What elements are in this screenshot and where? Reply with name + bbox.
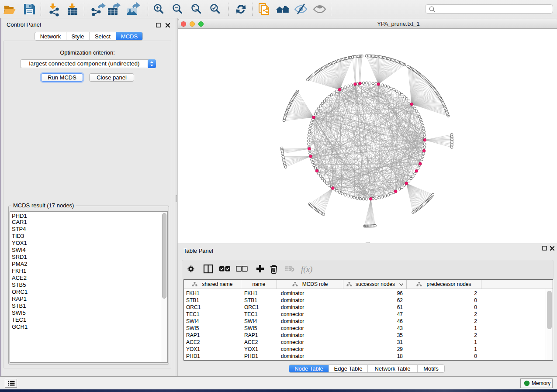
svg-text:f(x): f(x) — [301, 265, 312, 274]
